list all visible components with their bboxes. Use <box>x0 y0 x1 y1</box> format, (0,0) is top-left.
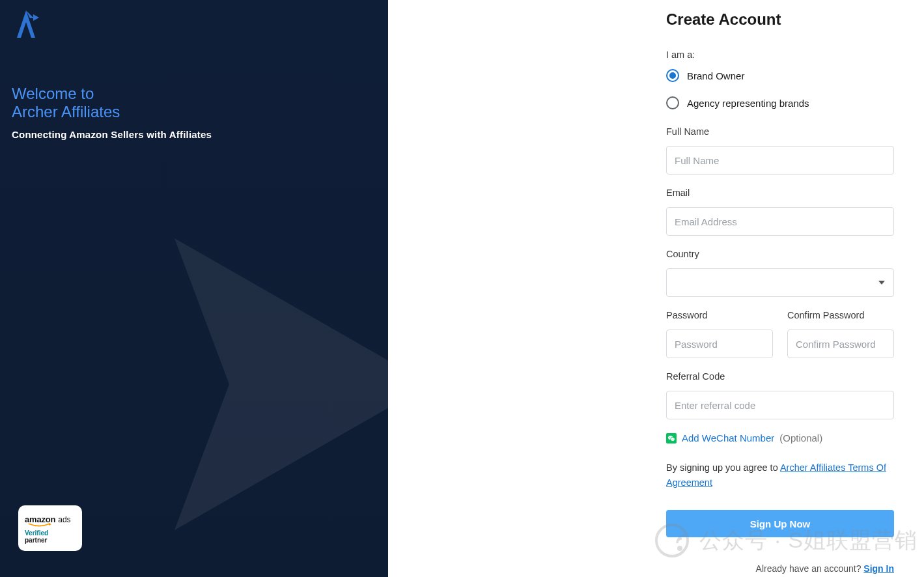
sign-in-link[interactable]: Sign In <box>863 563 894 574</box>
radio-checked-icon <box>666 69 679 82</box>
svg-marker-0 <box>175 238 388 530</box>
badge-ads-text: ads <box>58 515 70 524</box>
right-form-panel: Create Account I am a: Brand Owner Agenc… <box>388 0 924 577</box>
welcome-line-1: Welcome to <box>12 85 376 103</box>
referral-label: Referral Code <box>666 371 894 382</box>
add-wechat-link[interactable]: Add WeChat Number <box>682 432 774 443</box>
email-input[interactable] <box>666 207 894 236</box>
badge-verified-text: Verified <box>25 529 76 537</box>
radio-agency-label: Agency representing brands <box>687 98 809 109</box>
amazon-ads-badge: amazon ads Verified partner <box>18 505 82 551</box>
badge-partner-text: partner <box>25 537 76 544</box>
fullname-label: Full Name <box>666 126 894 137</box>
sign-up-button[interactable]: Sign Up Now <box>666 510 894 537</box>
country-label: Country <box>666 249 894 259</box>
iam-label: I am a: <box>666 49 894 60</box>
bg-arrow-graphic <box>102 202 388 567</box>
welcome-line-2: Archer Affiliates <box>12 103 376 121</box>
amazon-smile-icon <box>25 523 57 528</box>
terms-text: By signing up you agree to Archer Affili… <box>666 460 894 490</box>
brand-logo <box>12 9 376 46</box>
email-label: Email <box>666 188 894 198</box>
password-input[interactable] <box>666 330 773 358</box>
wechat-optional-text: (Optional) <box>779 432 822 443</box>
password-label: Password <box>666 310 773 320</box>
radio-agency[interactable]: Agency representing brands <box>666 96 894 109</box>
terms-prefix: By signing up you agree to <box>666 462 780 473</box>
radio-brand-owner[interactable]: Brand Owner <box>666 69 894 82</box>
svg-marker-1 <box>33 14 39 21</box>
confirm-password-input[interactable] <box>787 330 894 358</box>
signin-row: Already have an account? Sign In <box>666 563 894 574</box>
country-select[interactable] <box>666 268 894 297</box>
page-title: Create Account <box>666 10 894 29</box>
signin-prefix: Already have an account? <box>756 563 864 574</box>
radio-brand-label: Brand Owner <box>687 70 744 81</box>
fullname-input[interactable] <box>666 146 894 175</box>
confirm-password-label: Confirm Password <box>787 310 894 320</box>
left-hero-panel: Welcome to Archer Affiliates Connecting … <box>0 0 388 577</box>
referral-input[interactable] <box>666 391 894 419</box>
wechat-icon <box>666 433 677 443</box>
radio-unchecked-icon <box>666 96 679 109</box>
tagline: Connecting Amazon Sellers with Affiliate… <box>12 129 376 140</box>
